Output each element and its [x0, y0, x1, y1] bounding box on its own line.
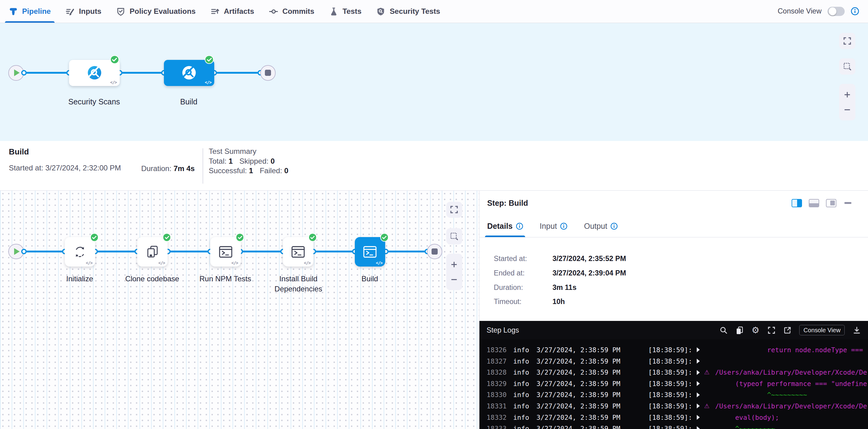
expand-caret-icon[interactable]	[697, 370, 700, 375]
log-line: 18329info3/27/2024, 2:38:59 PM[18:38:59]…	[479, 378, 868, 389]
play-icon	[14, 248, 20, 255]
step-logs: Step Logs ⚙	[479, 321, 868, 429]
stage-node-build[interactable]: </>	[164, 60, 214, 86]
console-view-toggle[interactable]	[828, 7, 845, 16]
sync-icon	[72, 244, 88, 259]
console-view-label: Console View	[778, 7, 822, 16]
step-details-panel: Step: Build Details Input	[479, 191, 868, 429]
stage-summary-left: Build Started at: 3/27/2024, 2:32:00 PM	[9, 146, 141, 190]
terminal-icon	[290, 244, 306, 260]
stop-icon	[265, 70, 271, 76]
step-panel-tabs: Details Input Output	[479, 216, 868, 237]
detail-row: Started at: 3/27/2024, 2:35:52 PM	[494, 254, 860, 263]
tab-label: Policy Evaluations	[129, 7, 195, 16]
step-node-initialize[interactable]: </>	[65, 237, 95, 267]
test-summary-title: Test Summary	[209, 147, 295, 156]
minimize-panel-icon[interactable]	[844, 202, 851, 204]
expand-caret-icon[interactable]	[697, 403, 700, 408]
step-node-install-build-dependencies[interactable]: </>	[283, 237, 313, 267]
edge	[313, 251, 355, 252]
marquee-select-icon	[450, 232, 459, 241]
edge	[386, 251, 427, 252]
tab-output[interactable]: Output	[584, 216, 618, 237]
lower-split: </> </> </>	[0, 191, 868, 429]
canvas-select-button[interactable]	[839, 58, 855, 74]
info-icon[interactable]	[560, 223, 567, 230]
code-glyph: </>	[231, 261, 238, 265]
tab-details[interactable]: Details	[487, 216, 523, 237]
log-line: 18332info3/27/2024, 2:38:59 PM[18:38:59]…	[479, 412, 868, 423]
step-panel-header: Step: Build	[479, 191, 868, 216]
code-glyph: </>	[205, 80, 212, 85]
zoom-out-button[interactable]	[450, 275, 459, 284]
expand-caret-icon[interactable]	[697, 415, 700, 420]
open-in-new-icon[interactable]	[783, 326, 792, 334]
commits-icon	[269, 7, 278, 16]
step-node-run-npm-tests[interactable]: </>	[210, 237, 241, 267]
copy-icon[interactable]	[735, 326, 744, 334]
canvas-select-button[interactable]	[446, 228, 462, 244]
expand-caret-icon[interactable]	[697, 347, 700, 352]
stage-end-node[interactable]	[427, 244, 443, 259]
step-label-build: Build	[331, 274, 409, 284]
expand-caret-icon[interactable]	[697, 359, 700, 364]
stage-node-security-scans[interactable]: </>	[69, 60, 119, 86]
stage-graph-canvas[interactable]: </> </> Security Scans Build	[0, 23, 868, 141]
tab-security-tests[interactable]: Security Tests	[376, 0, 440, 23]
code-glyph: </>	[86, 261, 92, 265]
tab-policy-evaluations[interactable]: Policy Evaluations	[116, 0, 195, 23]
zoom-in-button[interactable]	[450, 260, 459, 269]
play-icon	[14, 69, 20, 76]
success-badge-icon	[90, 233, 98, 241]
tab-artifacts[interactable]: Artifacts	[211, 0, 254, 23]
security-tests-icon	[376, 7, 385, 16]
step-graph-canvas[interactable]: </> </> </>	[0, 191, 479, 429]
zoom-in-button[interactable]	[843, 90, 852, 99]
success-badge-icon	[308, 233, 317, 241]
edge	[120, 72, 164, 74]
clone-icon	[145, 244, 160, 259]
tab-tests[interactable]: Tests	[329, 0, 362, 23]
log-output[interactable]: 18326info3/27/2024, 2:38:59 PM[18:38:59]…	[479, 339, 868, 429]
warning-icon: ⚠	[704, 369, 711, 375]
code-glyph: </>	[110, 80, 117, 85]
plus-icon	[450, 260, 459, 269]
policy-evaluations-icon	[116, 7, 125, 16]
tab-label: Inputs	[79, 7, 101, 16]
tab-commits[interactable]: Commits	[269, 0, 314, 23]
stage-summary-title: Build	[9, 147, 141, 157]
stage-summary: Build Started at: 3/27/2024, 2:32:00 PM …	[0, 141, 868, 191]
top-nav: Pipeline Inputs Policy Evaluations Artif…	[0, 0, 868, 23]
search-icon[interactable]	[719, 326, 728, 334]
info-icon[interactable]	[851, 7, 859, 16]
ci-stage-icon	[86, 64, 103, 81]
settings-icon[interactable]: ⚙	[751, 326, 760, 335]
step-node-build[interactable]: </>	[355, 237, 385, 267]
tab-input[interactable]: Input	[539, 216, 567, 237]
tab-pipeline[interactable]: Pipeline	[9, 0, 51, 23]
pipeline-end-node[interactable]	[260, 65, 276, 81]
minus-icon	[450, 275, 459, 284]
layout-floating-panel-icon[interactable]	[826, 199, 836, 207]
info-icon[interactable]	[516, 223, 523, 230]
step-label-install-build-dependencies: Install Build Dependencies	[267, 274, 329, 294]
info-icon[interactable]	[611, 223, 618, 230]
tab-label: Commits	[282, 7, 314, 16]
stage-label-security-scans: Security Scans	[43, 97, 144, 106]
canvas-fullscreen-button[interactable]	[839, 33, 855, 49]
stage-duration: Duration: 7m 4s	[141, 164, 195, 190]
download-icon[interactable]	[852, 326, 861, 334]
fullscreen-icon[interactable]	[767, 326, 776, 334]
detail-row: Ended at: 3/27/2024, 2:39:04 PM	[494, 269, 860, 277]
expand-caret-icon[interactable]	[697, 381, 700, 386]
layout-bottom-panel-icon[interactable]	[809, 199, 819, 207]
step-node-clone-codebase[interactable]: </>	[137, 237, 167, 267]
layout-right-panel-icon[interactable]	[792, 199, 802, 207]
zoom-out-button[interactable]	[843, 105, 852, 114]
console-view-button[interactable]: Console View	[799, 325, 845, 335]
step-label-initialize: Initialize	[41, 274, 119, 284]
expand-caret-icon[interactable]	[697, 393, 700, 397]
tab-inputs[interactable]: Inputs	[66, 0, 101, 23]
expand-caret-icon[interactable]	[697, 426, 700, 429]
canvas-fullscreen-button[interactable]	[446, 202, 462, 218]
